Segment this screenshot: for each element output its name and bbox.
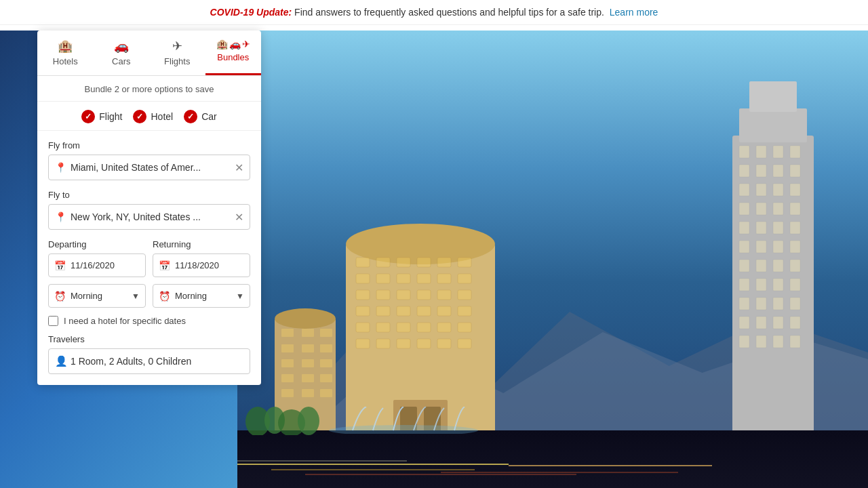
svg-rect-106 bbox=[790, 336, 800, 348]
svg-rect-61 bbox=[739, 108, 807, 142]
svg-rect-66 bbox=[790, 146, 800, 158]
hotel-specific-dates-checkbox[interactable] bbox=[48, 316, 58, 326]
svg-rect-84 bbox=[756, 241, 766, 253]
svg-rect-26 bbox=[437, 306, 451, 316]
svg-rect-47 bbox=[320, 329, 332, 337]
svg-rect-27 bbox=[458, 306, 471, 316]
svg-rect-12 bbox=[397, 274, 410, 283]
covid-message: Find answers to frequently asked questio… bbox=[294, 7, 604, 18]
covid-label: COVID-19 Update: bbox=[210, 7, 292, 18]
svg-rect-25 bbox=[417, 306, 431, 316]
svg-rect-36 bbox=[397, 339, 410, 348]
svg-rect-69 bbox=[773, 165, 783, 177]
svg-rect-80 bbox=[756, 222, 766, 234]
svg-rect-17 bbox=[376, 290, 390, 300]
date-row: Departing 📅 Returning 📅 bbox=[48, 239, 250, 277]
returning-col: Returning 📅 bbox=[153, 239, 250, 277]
svg-rect-29 bbox=[376, 323, 390, 332]
svg-rect-103 bbox=[739, 336, 749, 348]
departing-col: Departing 📅 bbox=[48, 239, 146, 277]
bundle-car-icon: 🚗 bbox=[229, 39, 241, 49]
svg-rect-28 bbox=[356, 323, 370, 332]
svg-rect-45 bbox=[281, 329, 294, 337]
svg-rect-53 bbox=[320, 359, 332, 367]
svg-rect-104 bbox=[756, 336, 766, 348]
clear-from-icon[interactable]: ✕ bbox=[235, 161, 243, 174]
svg-rect-22 bbox=[356, 306, 370, 316]
svg-rect-78 bbox=[790, 203, 800, 215]
fly-from-label: Fly from bbox=[48, 140, 250, 150]
clock-depart-icon: ⏰ bbox=[54, 291, 66, 302]
svg-rect-50 bbox=[320, 344, 332, 352]
travelers-input[interactable] bbox=[48, 348, 250, 374]
bundle-subtitle: Bundle 2 or more options to save bbox=[37, 76, 261, 102]
hotel-check-icon: ✓ bbox=[133, 110, 146, 123]
svg-rect-85 bbox=[773, 241, 783, 253]
fly-from-wrapper: 📍 ✕ bbox=[48, 155, 250, 180]
toggle-car[interactable]: ✓ Car bbox=[184, 110, 217, 123]
fly-from-input[interactable] bbox=[48, 155, 250, 180]
travelers-label: Travelers bbox=[48, 334, 250, 344]
svg-rect-79 bbox=[739, 222, 749, 234]
svg-rect-8 bbox=[437, 258, 451, 267]
svg-rect-31 bbox=[417, 323, 431, 332]
svg-rect-23 bbox=[376, 306, 390, 316]
svg-rect-38 bbox=[437, 339, 451, 348]
search-panel: 🏨 Hotels 🚗 Cars ✈ Flights 🏨 🚗 ✈ Bundles … bbox=[37, 30, 261, 385]
svg-rect-82 bbox=[790, 222, 800, 234]
svg-point-117 bbox=[298, 407, 319, 435]
svg-rect-65 bbox=[773, 146, 783, 158]
svg-rect-15 bbox=[458, 274, 471, 283]
svg-rect-14 bbox=[437, 274, 451, 283]
tab-bundles[interactable]: 🏨 🚗 ✈ Bundles bbox=[205, 30, 262, 75]
clock-return-icon: ⏰ bbox=[159, 291, 170, 302]
location-icon-from: 📍 bbox=[55, 162, 66, 173]
svg-rect-56 bbox=[320, 374, 332, 382]
svg-rect-18 bbox=[397, 290, 410, 300]
svg-rect-64 bbox=[756, 146, 766, 158]
hotel-checkbox-label[interactable]: I need a hotel for specific dates bbox=[64, 316, 186, 326]
svg-rect-68 bbox=[756, 165, 766, 177]
light-trails bbox=[237, 458, 868, 478]
fly-to-label: Fly to bbox=[48, 190, 250, 200]
svg-rect-101 bbox=[773, 317, 783, 329]
clear-to-icon[interactable]: ✕ bbox=[235, 211, 243, 224]
location-icon-to: 📍 bbox=[55, 211, 66, 222]
fountain-area bbox=[319, 407, 488, 434]
svg-rect-48 bbox=[281, 344, 294, 352]
svg-rect-21 bbox=[458, 290, 471, 300]
tab-hotels[interactable]: 🏨 Hotels bbox=[37, 30, 94, 75]
svg-rect-105 bbox=[773, 336, 783, 348]
flights-icon: ✈ bbox=[172, 39, 182, 54]
svg-rect-62 bbox=[749, 81, 797, 112]
svg-rect-7 bbox=[417, 258, 431, 267]
svg-rect-74 bbox=[790, 184, 800, 196]
svg-rect-102 bbox=[790, 317, 800, 329]
svg-rect-24 bbox=[397, 306, 410, 316]
tab-flights[interactable]: ✈ Flights bbox=[149, 30, 205, 75]
person-icon: 👤 bbox=[55, 355, 68, 367]
svg-rect-30 bbox=[397, 323, 410, 332]
svg-rect-35 bbox=[376, 339, 390, 348]
svg-rect-6 bbox=[397, 258, 410, 267]
travelers-section: Travelers 👤 bbox=[37, 334, 261, 374]
svg-rect-92 bbox=[756, 279, 766, 291]
svg-rect-34 bbox=[356, 339, 370, 348]
learn-more-link[interactable]: Learn more bbox=[610, 7, 658, 18]
fly-to-input[interactable] bbox=[48, 204, 250, 230]
bundles-icons: 🏨 🚗 ✈ bbox=[216, 39, 250, 49]
tab-hotels-label: Hotels bbox=[53, 56, 78, 66]
svg-rect-32 bbox=[437, 323, 451, 332]
toggle-flight[interactable]: ✓ Flight bbox=[81, 110, 122, 123]
toggle-car-label: Car bbox=[201, 111, 217, 122]
form-area: Fly from 📍 ✕ Fly to 📍 ✕ Departing 📅 Retu… bbox=[37, 131, 261, 308]
tabs-container: 🏨 Hotels 🚗 Cars ✈ Flights 🏨 🚗 ✈ Bundles bbox=[37, 30, 261, 76]
return-time-wrapper: ⏰ Morning Afternoon Evening Night Any ti… bbox=[153, 284, 250, 308]
bundle-hotel-icon: 🏨 bbox=[216, 39, 228, 49]
svg-rect-90 bbox=[790, 260, 800, 272]
toggle-hotel[interactable]: ✓ Hotel bbox=[133, 110, 173, 123]
svg-rect-81 bbox=[773, 222, 783, 234]
svg-rect-89 bbox=[773, 260, 783, 272]
tab-cars[interactable]: 🚗 Cars bbox=[94, 30, 150, 75]
svg-rect-4 bbox=[356, 258, 370, 267]
